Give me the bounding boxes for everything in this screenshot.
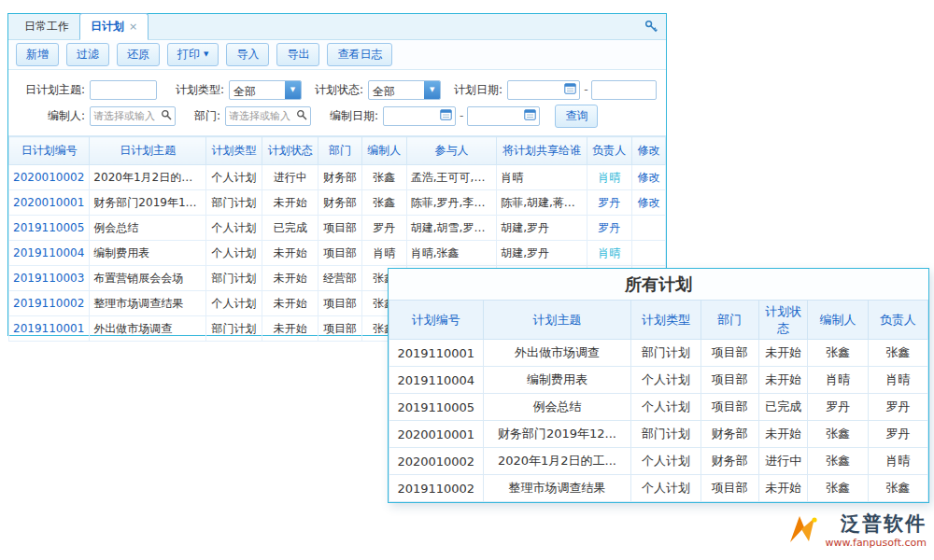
cell-subject: 2020年1月2日的工作日... xyxy=(90,165,206,190)
cell-creator: 罗丹 xyxy=(808,394,868,421)
cell-status: 已完成 xyxy=(759,394,808,421)
calendar-icon[interactable] xyxy=(564,82,576,97)
table-row[interactable]: 2019110001外出做市场调查部门计划项目部未开始张鑫张鑫 xyxy=(389,340,928,367)
cell-subject: 2020年1月2日的工... xyxy=(483,448,631,475)
header-row: 日计划编号日计划主题计划类型计划状态部门编制人参与人将计划共享给谁负责人修改 xyxy=(9,137,666,165)
fanpu-logo-icon xyxy=(785,513,819,549)
restore-button[interactable]: 还原 xyxy=(117,43,160,66)
column-header[interactable]: 计划类型 xyxy=(205,137,262,165)
table-row[interactable]: 2019110005例会总结个人计划已完成项目部罗丹胡建,胡雪,罗丹,任晓...… xyxy=(9,216,666,241)
cell-id[interactable]: 2020010002 xyxy=(9,165,90,190)
cell-id[interactable]: 2019110004 xyxy=(9,241,90,266)
cell-participants: 陈菲,罗丹,李若若,罗... xyxy=(406,190,496,216)
cell-dept: 项目部 xyxy=(318,316,361,342)
export-button[interactable]: 导出 xyxy=(276,43,319,66)
column-header[interactable]: 编制人 xyxy=(808,301,868,340)
cell-id: 2019110005 xyxy=(389,394,484,421)
brand-name: 泛普软件 xyxy=(841,513,927,535)
cell-creator: 肖晴 xyxy=(808,367,868,394)
cell-id[interactable]: 2019110002 xyxy=(9,291,90,316)
status-select[interactable]: 全部 ▼ xyxy=(368,80,441,100)
column-header[interactable]: 日计划编号 xyxy=(9,137,90,165)
creator-input[interactable] xyxy=(91,108,161,124)
table-row[interactable]: 2019110004编制费用表个人计划未开始项目部肖晴肖晴,张鑫胡建,罗丹肖晴 xyxy=(9,241,666,266)
table-row[interactable]: 2020010001财务部门2019年12...部门计划财务部未开始张鑫罗丹 xyxy=(389,421,928,448)
print-button[interactable]: 打印 ▼ xyxy=(167,43,219,66)
dept-input[interactable] xyxy=(226,108,296,124)
cell-subject: 整理市场调查结果 xyxy=(483,475,631,502)
cell-owner[interactable]: 肖晴 xyxy=(587,241,631,266)
calendar-icon[interactable] xyxy=(524,108,536,123)
tab-daily-work[interactable]: 日常工作 xyxy=(14,14,79,39)
column-header[interactable]: 部门 xyxy=(318,137,361,165)
tab-daily-plan[interactable]: 日计划 × xyxy=(79,13,149,40)
dept-label: 部门: xyxy=(194,108,220,124)
import-button[interactable]: 导入 xyxy=(226,43,269,66)
column-header[interactable]: 负责人 xyxy=(868,301,927,340)
cell-dept: 项目部 xyxy=(318,291,361,316)
column-header[interactable]: 计划主题 xyxy=(483,301,631,340)
table-row[interactable]: 2019110004编制费用表个人计划项目部未开始肖晴肖晴 xyxy=(389,367,928,394)
creator-search[interactable] xyxy=(90,106,176,126)
cell-type: 个人计划 xyxy=(205,216,262,241)
cell-owner: 肖晴 xyxy=(868,367,927,394)
cell-id[interactable]: 2019110005 xyxy=(9,216,90,241)
column-header[interactable]: 将计划共享给谁 xyxy=(497,137,587,165)
table-row[interactable]: 20200100022020年1月2日的工作日...个人计划进行中财务部张鑫孟浩… xyxy=(9,165,666,190)
table-row[interactable]: 2019110005例会总结个人计划项目部已完成罗丹罗丹 xyxy=(389,394,928,421)
query-button[interactable]: 查询 xyxy=(555,105,598,128)
search-icon[interactable] xyxy=(161,109,172,123)
cell-dept: 项目部 xyxy=(318,241,361,266)
cell-owner[interactable]: 罗丹 xyxy=(587,190,631,216)
column-header[interactable]: 计划类型 xyxy=(631,301,700,340)
key-icon[interactable] xyxy=(644,20,659,35)
cell-status: 未开始 xyxy=(262,190,318,216)
column-header[interactable]: 计划编号 xyxy=(389,301,484,340)
cell-type: 个人计划 xyxy=(631,448,700,475)
chevron-down-icon[interactable]: ▼ xyxy=(424,81,440,99)
plan-date-to-input[interactable] xyxy=(591,80,657,100)
cell-id[interactable]: 2019110001 xyxy=(9,316,90,342)
brand-text: 泛普软件 www.fanpusoft.com xyxy=(826,513,927,548)
table-head: 计划编号计划主题计划类型部门计划状态编制人负责人 xyxy=(389,301,928,340)
cell-type: 部门计划 xyxy=(205,190,262,216)
cell-type: 部门计划 xyxy=(205,316,262,342)
compile-date-to-input[interactable] xyxy=(467,106,540,126)
chevron-down-icon[interactable]: ▼ xyxy=(285,81,301,99)
search-icon[interactable] xyxy=(296,109,307,123)
new-button[interactable]: 新增 xyxy=(16,43,59,66)
branding: 泛普软件 www.fanpusoft.com xyxy=(785,513,927,549)
cell-id[interactable]: 2020010001 xyxy=(9,190,90,216)
close-icon[interactable]: × xyxy=(129,21,137,32)
column-header[interactable]: 计划状态 xyxy=(759,301,808,340)
calendar-icon[interactable] xyxy=(440,108,452,123)
view-log-button[interactable]: 查看日志 xyxy=(327,43,392,66)
cell-type: 个人计划 xyxy=(631,475,700,502)
cell-id: 2020010002 xyxy=(389,448,484,475)
subject-input[interactable] xyxy=(90,80,157,100)
cell-owner[interactable]: 肖晴 xyxy=(587,165,631,190)
table-row[interactable]: 20200100022020年1月2日的工...个人计划财务部进行中张鑫肖晴 xyxy=(389,448,928,475)
column-header[interactable]: 日计划主题 xyxy=(90,137,206,165)
cell-owner[interactable]: 罗丹 xyxy=(587,216,631,241)
cell-id[interactable]: 2019110003 xyxy=(9,266,90,291)
column-header[interactable]: 参与人 xyxy=(406,137,496,165)
column-header[interactable]: 负责人 xyxy=(587,137,631,165)
column-header[interactable]: 部门 xyxy=(700,301,758,340)
tab-label: 日常工作 xyxy=(24,20,69,33)
filter-button[interactable]: 过滤 xyxy=(66,43,109,66)
cell-dept: 项目部 xyxy=(700,394,758,421)
table-row[interactable]: 2020010001财务部门2019年12月的...部门计划未开始财务部张鑫陈菲… xyxy=(9,190,666,216)
plan-date-from-input[interactable] xyxy=(507,80,580,100)
table-row[interactable]: 2019110002整理市场调查结果个人计划项目部未开始张鑫张鑫 xyxy=(389,475,928,502)
cell-creator: 罗丹 xyxy=(361,216,406,241)
column-header[interactable]: 计划状态 xyxy=(262,137,318,165)
dept-search[interactable] xyxy=(225,106,311,126)
cell-subject: 例会总结 xyxy=(90,216,206,241)
compile-date-from-input[interactable] xyxy=(383,106,456,126)
column-header[interactable]: 修改 xyxy=(631,137,665,165)
cell-edit[interactable]: 修改 xyxy=(631,165,665,190)
type-select[interactable]: 全部 ▼ xyxy=(229,80,302,100)
column-header[interactable]: 编制人 xyxy=(361,137,406,165)
cell-edit[interactable]: 修改 xyxy=(631,190,665,216)
